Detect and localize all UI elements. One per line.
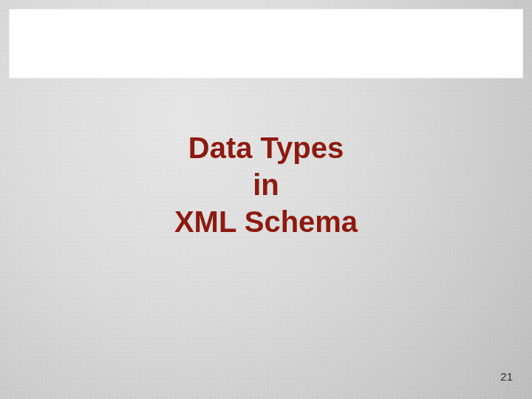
title-line-2: in bbox=[0, 166, 532, 203]
page-number: 21 bbox=[500, 370, 513, 383]
title-line-1: Data Types bbox=[0, 129, 532, 166]
slide-title: Data Types in XML Schema bbox=[0, 129, 532, 240]
slide: Data Types in XML Schema 21 bbox=[0, 0, 532, 399]
title-line-3: XML Schema bbox=[0, 203, 532, 240]
header-placeholder bbox=[9, 9, 523, 78]
